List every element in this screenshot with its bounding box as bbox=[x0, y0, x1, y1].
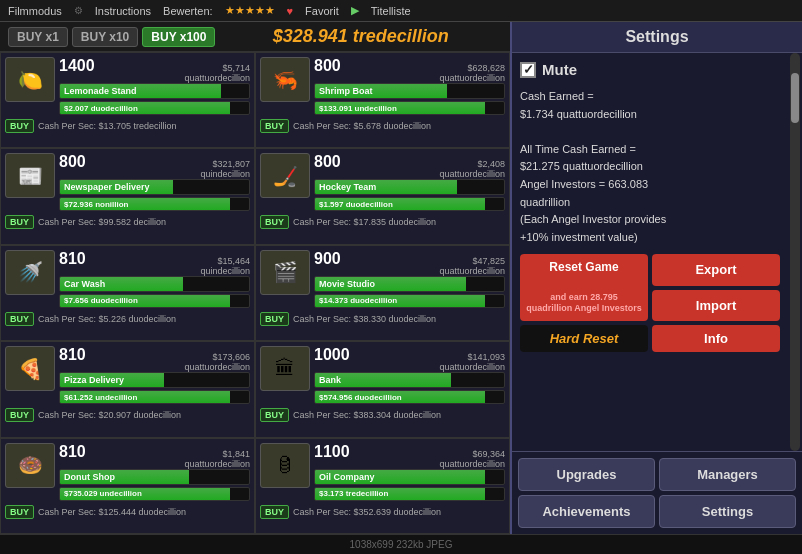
business-cost-2: $321,807quindecillion bbox=[200, 159, 250, 179]
angel-unit: quadrillion bbox=[520, 194, 794, 212]
progress-bar-3: Hockey Team bbox=[314, 179, 505, 195]
business-item: 🎬 900 $47,825quattuordecillion Movie Stu… bbox=[255, 245, 510, 341]
filmmodus[interactable]: Filmmodus bbox=[8, 5, 62, 17]
bar-cost-row-0: $2.007 duodecillion bbox=[59, 101, 250, 115]
hard-reset-button[interactable]: Hard Reset bbox=[520, 325, 648, 352]
business-count-9: 1100 bbox=[314, 443, 350, 461]
business-count-8: 810 bbox=[59, 443, 86, 461]
business-item: 🛢 1100 $69,364quattuordecillion Oil Comp… bbox=[255, 438, 510, 534]
buy-button-7[interactable]: BUY bbox=[260, 408, 289, 422]
buy-row-3: BUY Cash Per Sec: $17.835 duodecillion bbox=[260, 213, 505, 229]
progress-bar-5: Movie Studio bbox=[314, 276, 505, 292]
main-container: BUY x1 BUY x10 BUY x100 $328.941 tredeci… bbox=[0, 22, 802, 534]
managers-button[interactable]: Managers bbox=[659, 458, 796, 491]
cost-bar-7: $574.956 duodecillion bbox=[314, 390, 505, 404]
reset-game-button[interactable]: Reset Game and earn 28.795 quadrillion A… bbox=[520, 254, 648, 321]
achievements-button[interactable]: Achievements bbox=[518, 495, 655, 528]
scrollbar[interactable] bbox=[790, 53, 800, 451]
buy-button-1[interactable]: BUY bbox=[260, 119, 289, 133]
business-name-3: Hockey Team bbox=[315, 180, 504, 194]
bar-label-0: $2.007 duodecillion bbox=[60, 102, 249, 114]
settings-button[interactable]: Settings bbox=[659, 495, 796, 528]
cost-bar-6: $61.252 undecillion bbox=[59, 390, 250, 404]
business-count-row-6: 810 $173,606quattuordecillion bbox=[59, 346, 250, 372]
total-cash: $328.941 tredecillion bbox=[219, 26, 502, 47]
progress-bar-7: Bank bbox=[314, 372, 505, 388]
angel-note: (Each Angel Investor provides bbox=[520, 211, 794, 229]
business-right-8: 810 $1,841quattuordecillion Donut Shop $… bbox=[59, 443, 250, 501]
buy-x1-button[interactable]: BUY x1 bbox=[8, 27, 68, 47]
buy-row-6: BUY Cash Per Sec: $20.907 duodecillion bbox=[5, 406, 250, 422]
buy-x10-button[interactable]: BUY x10 bbox=[72, 27, 138, 47]
buy-row-4: BUY Cash Per Sec: $5.226 duodecillion bbox=[5, 310, 250, 326]
business-count-row-8: 810 $1,841quattuordecillion bbox=[59, 443, 250, 469]
business-count-5: 900 bbox=[314, 250, 341, 268]
business-item: 🚿 810 $15,464quindecillion Car Wash $7.6… bbox=[0, 245, 255, 341]
top-bar: Filmmodus ⚙ Instructions Bewerten: ★★★★★… bbox=[0, 0, 802, 22]
cash-per-sec-9: Cash Per Sec: $352.639 duodecillion bbox=[293, 507, 441, 517]
business-name-1: Shrimp Boat bbox=[315, 84, 504, 98]
favorit[interactable]: Favorit bbox=[305, 5, 339, 17]
instructions[interactable]: Instructions bbox=[95, 5, 151, 17]
buy-button-2[interactable]: BUY bbox=[5, 215, 34, 229]
business-right-0: 1400 $5,714quattuordecillion Lemonade St… bbox=[59, 57, 250, 115]
cash-per-sec-5: Cash Per Sec: $38.330 duodecillion bbox=[293, 314, 436, 324]
all-time-value: $21.275 quattuordecillion bbox=[520, 158, 794, 176]
buy-button-9[interactable]: BUY bbox=[260, 505, 289, 519]
business-count-4: 810 bbox=[59, 250, 86, 268]
business-icon-8: 🍩 bbox=[5, 443, 55, 488]
business-icon-2: 📰 bbox=[5, 153, 55, 198]
business-count-row-2: 800 $321,807quindecillion bbox=[59, 153, 250, 179]
info-button[interactable]: Info bbox=[652, 325, 780, 352]
right-panel: Settings ✓ Mute Cash Earned = $1.734 qua… bbox=[510, 22, 802, 534]
business-count-row-4: 810 $15,464quindecillion bbox=[59, 250, 250, 276]
business-cost-1: $628,628quattuordecillion bbox=[439, 63, 505, 83]
business-name-9: Oil Company bbox=[315, 470, 504, 484]
business-list: 🍋 1400 $5,714quattuordecillion Lemonade … bbox=[0, 52, 510, 534]
upgrades-button[interactable]: Upgrades bbox=[518, 458, 655, 491]
business-name-0: Lemonade Stand bbox=[60, 84, 249, 98]
heart-icon: ♥ bbox=[287, 5, 294, 17]
buy-button-8[interactable]: BUY bbox=[5, 505, 34, 519]
buy-row-9: BUY Cash Per Sec: $352.639 duodecillion bbox=[260, 503, 505, 519]
mute-checkbox[interactable]: ✓ bbox=[520, 62, 536, 78]
buy-row-2: BUY Cash Per Sec: $99.582 decillion bbox=[5, 213, 250, 229]
business-icon-9: 🛢 bbox=[260, 443, 310, 488]
business-icon-7: 🏛 bbox=[260, 346, 310, 391]
business-cost-3: $2,408quattuordecillion bbox=[439, 159, 505, 179]
bar-cost-row-2: $72.936 nonillion bbox=[59, 197, 250, 211]
separator1: ⚙ bbox=[74, 5, 83, 16]
titelliste[interactable]: Titelliste bbox=[371, 5, 411, 17]
business-count-row-1: 800 $628,628quattuordecillion bbox=[314, 57, 505, 83]
export-button[interactable]: Export bbox=[652, 254, 780, 285]
settings-title: Settings bbox=[512, 22, 802, 53]
import-button[interactable]: Import bbox=[652, 290, 780, 321]
checkmark-icon: ✓ bbox=[523, 62, 534, 77]
buy-button-0[interactable]: BUY bbox=[5, 119, 34, 133]
buy-button-6[interactable]: BUY bbox=[5, 408, 34, 422]
mute-row: ✓ Mute bbox=[520, 61, 794, 78]
buy-button-3[interactable]: BUY bbox=[260, 215, 289, 229]
cash-earned-value: $1.734 quattuordecillion bbox=[520, 106, 794, 124]
business-right-7: 1000 $141,093quattuordecillion Bank $574… bbox=[314, 346, 505, 404]
business-count-row-0: 1400 $5,714quattuordecillion bbox=[59, 57, 250, 83]
business-icon-0: 🍋 bbox=[5, 57, 55, 102]
business-right-1: 800 $628,628quattuordecillion Shrimp Boa… bbox=[314, 57, 505, 115]
bewerten: Bewerten: bbox=[163, 5, 213, 17]
play-icon: ▶ bbox=[351, 4, 359, 17]
business-top: 🎬 900 $47,825quattuordecillion Movie Stu… bbox=[260, 250, 505, 308]
buy-button-4[interactable]: BUY bbox=[5, 312, 34, 326]
cost-bar-3: $1.597 duodecillion bbox=[314, 197, 505, 211]
business-item: 🏒 800 $2,408quattuordecillion Hockey Tea… bbox=[255, 148, 510, 244]
business-top: 🦐 800 $628,628quattuordecillion Shrimp B… bbox=[260, 57, 505, 115]
bottom-bar: 1038x699 232kb JPEG bbox=[0, 534, 802, 554]
bottom-bar-text: 1038x699 232kb JPEG bbox=[350, 539, 453, 550]
business-top: 🚿 810 $15,464quindecillion Car Wash $7.6… bbox=[5, 250, 250, 308]
business-cost-9: $69,364quattuordecillion bbox=[439, 449, 505, 469]
buy-button-5[interactable]: BUY bbox=[260, 312, 289, 326]
rating-stars[interactable]: ★★★★★ bbox=[225, 4, 275, 17]
business-item: 🍩 810 $1,841quattuordecillion Donut Shop… bbox=[0, 438, 255, 534]
buy-x100-button[interactable]: BUY x100 bbox=[142, 27, 215, 47]
business-count-row-3: 800 $2,408quattuordecillion bbox=[314, 153, 505, 179]
progress-bar-6: Pizza Delivery bbox=[59, 372, 250, 388]
